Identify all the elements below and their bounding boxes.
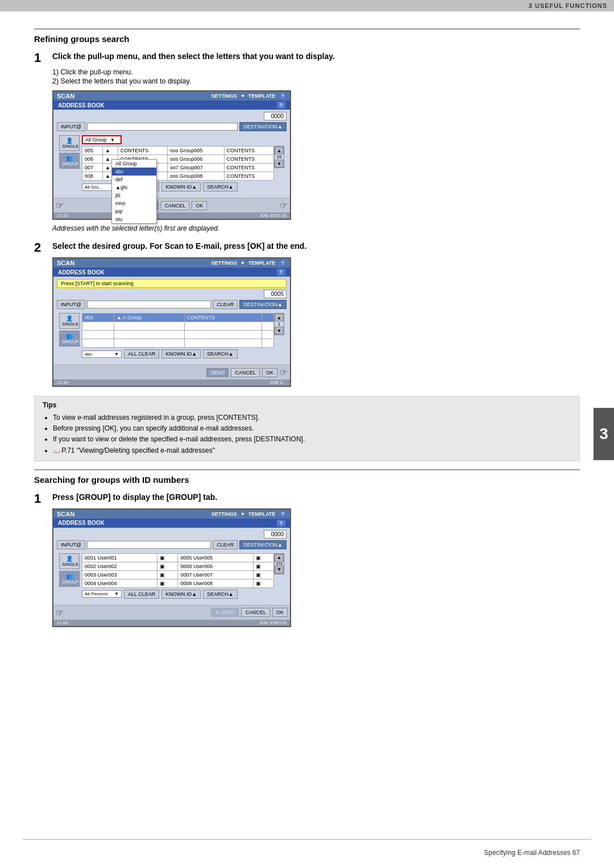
screen1-job-status[interactable]: JOB STATUS bbox=[259, 213, 287, 218]
screen2-dropdown-arrow: ▼ bbox=[114, 352, 119, 357]
single-icon: 👤 bbox=[62, 137, 77, 144]
screen2-scroll-down[interactable]: ▼ bbox=[275, 327, 284, 335]
screen2-single-btn[interactable]: 👤 SINGLE bbox=[59, 313, 80, 329]
screen2-counter: 0005 bbox=[264, 290, 287, 298]
screen1-help[interactable]: ? bbox=[279, 93, 287, 99]
screen1-destination-btn[interactable]: DESTINATION▲ bbox=[239, 122, 287, 131]
tips-item-1: To view e-mail addresses registered in a… bbox=[53, 412, 571, 423]
screen3-single-label: SINGLE bbox=[62, 562, 78, 567]
screen2-clear-btn[interactable]: CLEAR bbox=[213, 300, 238, 309]
screen2-left-nav: 👤 SINGLE 👥 GROUP bbox=[59, 313, 80, 360]
screen3-counter: 0000 bbox=[264, 530, 287, 539]
table-row[interactable]: 0001 User001▣0005 User005▣ bbox=[82, 553, 274, 562]
screen2-cancel-btn[interactable]: CANCEL bbox=[231, 368, 260, 377]
screen2-destination-btn[interactable]: DESTINATION▲ bbox=[239, 300, 287, 309]
screen3-cancel-btn[interactable]: CANCEL bbox=[241, 608, 270, 617]
screen3-job-status[interactable]: JOB STATUS bbox=[259, 620, 287, 625]
dd-ghi[interactable]: ▲ghi bbox=[112, 183, 156, 191]
screen2-group-btn[interactable]: 👥 GROUP bbox=[59, 331, 80, 347]
screen1-settings[interactable]: SETTINGS bbox=[211, 93, 237, 99]
screen3-wrap: SCAN SETTINGS ✦ TEMPLATE ? ADDRESS BOOK … bbox=[52, 508, 580, 627]
screen2-template[interactable]: TEMPLATE bbox=[248, 260, 276, 266]
screen2-job-status[interactable]: JOB S... bbox=[269, 380, 287, 385]
search-btn[interactable]: SEARCH▲ bbox=[203, 182, 237, 191]
screen2-all-clear[interactable]: ALL CLEAR bbox=[124, 349, 159, 358]
screen3-known-id[interactable]: KNOWN ID▲ bbox=[161, 590, 201, 599]
screen1-input-field[interactable] bbox=[87, 123, 238, 131]
step2-text: Select the desired group. For Scan to E-… bbox=[52, 241, 306, 251]
tips-box: Tips To view e-mail addresses registered… bbox=[34, 396, 580, 461]
screen3-destination-btn[interactable]: DESTINATION▲ bbox=[239, 540, 287, 549]
screen1-input-btn[interactable]: INPUT@ bbox=[57, 122, 85, 131]
screen3-bottom-btns: ⊕ SEND CANCEL OK bbox=[211, 608, 288, 617]
tips-item-4-text: P.71 "Viewing/Deleting specified e-mail … bbox=[61, 446, 215, 454]
screen2-dropdown[interactable]: abc ▼ bbox=[82, 350, 122, 358]
screen2-settings[interactable]: SETTINGS bbox=[211, 260, 237, 266]
screen3-help2[interactable]: ? bbox=[277, 520, 286, 527]
screen2-table-container: 003▲ A GroupCONTENTS ▲ 1 bbox=[82, 313, 284, 348]
dd-allgroup[interactable]: All Group bbox=[112, 160, 156, 168]
screen2-help2[interactable]: ? bbox=[277, 269, 286, 276]
screen3-ok-btn[interactable]: OK bbox=[272, 608, 288, 617]
screen3-help[interactable]: ? bbox=[279, 511, 287, 517]
table-row[interactable]: 0002 User002▣0006 User006▣ bbox=[82, 562, 274, 570]
dd-jkl[interactable]: jkl bbox=[112, 191, 156, 199]
screen2-help[interactable]: ? bbox=[279, 260, 287, 266]
screen2-group-label: GROUP bbox=[62, 339, 78, 344]
screen3-search[interactable]: SEARCH▲ bbox=[203, 590, 237, 599]
table-row-highlighted[interactable]: 003▲ A GroupCONTENTS bbox=[82, 314, 274, 322]
scroll-down-btn[interactable]: ▼ bbox=[275, 160, 284, 168]
screen3-scroll-down[interactable]: ▼ bbox=[275, 566, 284, 574]
screen1-table: 005▲CONTENTSoos Group005CONTENTS 006▲CON… bbox=[82, 146, 274, 181]
dd-abc[interactable]: abc bbox=[112, 168, 156, 176]
screen1-dropdown[interactable]: All Group ▼ bbox=[82, 135, 122, 144]
dropdown2-value: All Gro... bbox=[85, 185, 102, 190]
screen1-help2[interactable]: ? bbox=[277, 102, 286, 108]
single-btn[interactable]: 👤 SINGLE bbox=[59, 135, 80, 151]
screen1-bottom: ☞ SEND CANCEL OK ☞ bbox=[53, 198, 290, 212]
known-id-btn[interactable]: KNOWN ID▲ bbox=[161, 182, 201, 191]
screen3-single-btn[interactable]: 👤 SINGLE bbox=[59, 553, 80, 569]
dd-mno[interactable]: mno bbox=[112, 199, 156, 207]
screen2-section-title: ADDRESS BOOK bbox=[58, 269, 105, 276]
page-footer: Specifying E-mail Addresses 67 bbox=[484, 849, 580, 857]
screen3-dropdown[interactable]: All Persons ▼ bbox=[82, 590, 122, 598]
screen2-bottom-btns: SEND CANCEL OK bbox=[206, 368, 277, 377]
screen1-template[interactable]: TEMPLATE bbox=[248, 93, 276, 99]
table-row[interactable]: 0003 User003▣0007 User007▣ bbox=[82, 570, 274, 579]
dd-stu[interactable]: stu bbox=[112, 215, 156, 223]
screen2-input-btn[interactable]: INPUT@ bbox=[57, 300, 85, 309]
screen3-template[interactable]: TEMPLATE bbox=[248, 511, 276, 517]
screen3-settings[interactable]: SETTINGS bbox=[211, 511, 237, 517]
section2-title: Searching for groups with ID numbers bbox=[34, 469, 580, 485]
screen1-subheader: ADDRESS BOOK ? bbox=[53, 101, 290, 110]
section1-title: Refining groups search bbox=[34, 28, 580, 44]
group-btn[interactable]: 👥 GROUP bbox=[59, 153, 80, 169]
screen3-send-btn[interactable]: ⊕ SEND bbox=[211, 608, 239, 617]
table-row[interactable]: 0004 User004▣0008 User008▣ bbox=[82, 579, 274, 587]
scroll-up-btn[interactable]: ▲ bbox=[275, 147, 284, 155]
screen3-nav: SETTINGS ✦ TEMPLATE ? bbox=[211, 511, 287, 517]
screen1-header: SCAN SETTINGS ✦ TEMPLATE ? bbox=[53, 91, 290, 101]
dd-def[interactable]: def bbox=[112, 176, 156, 183]
table-row[interactable]: 005▲CONTENTSoos Group005CONTENTS bbox=[82, 147, 274, 155]
screen2-ok-btn[interactable]: OK bbox=[262, 368, 277, 377]
screen2-main: 003▲ A GroupCONTENTS ▲ 1 bbox=[82, 313, 284, 360]
dd-pqr[interactable]: pqr bbox=[112, 207, 156, 215]
ok-btn[interactable]: OK bbox=[192, 201, 207, 210]
screen3-input-field[interactable] bbox=[87, 541, 211, 549]
screen2-input-field[interactable] bbox=[87, 301, 211, 308]
screen3-group-btn[interactable]: 👥 GROUP bbox=[59, 571, 80, 587]
chapter-header: 3 USEFUL FUNCTIONS bbox=[0, 0, 614, 11]
screen2-known-id[interactable]: KNOWN ID▲ bbox=[161, 349, 201, 358]
screen2-search[interactable]: SEARCH▲ bbox=[203, 349, 237, 358]
screen1-dropdown-menu[interactable]: All Group abc def ▲ghi jkl mno pqr stu bbox=[111, 159, 157, 224]
screen3-template-icon: ✦ bbox=[240, 511, 245, 517]
screen3-input-btn[interactable]: INPUT@ bbox=[57, 540, 85, 549]
screen3-clear-btn[interactable]: CLEAR bbox=[213, 540, 238, 549]
cancel-btn[interactable]: CANCEL bbox=[161, 201, 190, 210]
screen3-scroll-up[interactable]: ▲ bbox=[275, 554, 284, 562]
screen3-all-clear[interactable]: ALL CLEAR bbox=[124, 590, 159, 599]
screen2-scroll-up[interactable]: ▲ bbox=[275, 314, 284, 322]
screen2-send-btn[interactable]: SEND bbox=[206, 368, 229, 377]
